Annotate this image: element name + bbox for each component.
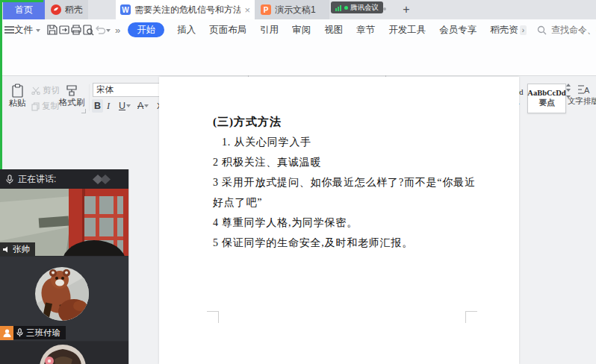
hamburger-icon[interactable]: [4, 22, 14, 38]
meeting-app-logo-icon: [91, 174, 118, 185]
print-icon[interactable]: [70, 22, 82, 38]
menu-tab-docer-resources[interactable]: 稻壳资: [490, 24, 518, 37]
text-layout-icon: A: [577, 84, 590, 96]
undo-icon[interactable]: [94, 22, 106, 38]
mic-icon: [6, 175, 13, 184]
docer-icon: [51, 4, 61, 15]
file-menu[interactable]: 文件: [14, 24, 33, 37]
menu-bar: 文件 » 开始 插入 页面布局 引用 审阅 视图 章节 开发工具 会员专享 稻壳…: [0, 19, 596, 41]
print-preview-icon[interactable]: [82, 22, 94, 38]
new-tab-button[interactable]: +: [398, 1, 415, 19]
bottom-margin-mark-left: [207, 311, 219, 323]
tab-docer[interactable]: 稻壳: [45, 0, 88, 19]
command-search[interactable]: [537, 24, 596, 36]
save-icon[interactable]: [46, 22, 58, 38]
cut-button[interactable]: 剪切: [31, 85, 60, 96]
screen-share-border: [0, 0, 43, 2]
app-window: 首页 稻壳 W 需要关注的危机信号和方法.doc × P 演示文稿1 腾讯会议 …: [0, 0, 596, 364]
pill-handle-dot: [383, 7, 386, 10]
text-layout-button[interactable]: A 文字排版: [571, 84, 596, 107]
bottom-margin-mark-right: [465, 311, 477, 323]
participant-name-badge: 三班付瑜: [13, 326, 66, 339]
text-layout-label: 文字排版: [568, 96, 596, 107]
speaking-label: 正在讲话:: [18, 173, 56, 186]
participant-video-1[interactable]: 张帅: [0, 189, 128, 256]
doc-paragraph-2[interactable]: 2 积极关注、真诚温暖: [213, 152, 476, 172]
avatar-anime: [40, 345, 86, 364]
menu-tab-insert[interactable]: 插入: [177, 24, 196, 37]
doc-paragraph-1[interactable]: 1. 从关心同学入手: [213, 132, 476, 152]
menu-tab-home[interactable]: 开始: [128, 22, 164, 37]
clipboard-icon: [11, 84, 24, 98]
participant-name-badge: 张帅: [0, 242, 35, 256]
more-quick-icons[interactable]: »: [115, 25, 120, 36]
doc-heading[interactable]: (三)方式方法: [213, 112, 476, 132]
clipboard-dialog-launcher[interactable]: [81, 109, 86, 113]
document-text[interactable]: (三)方式方法 1. 从关心同学入手 2 积极关注、真诚温暖 3 采用开放式提问…: [213, 112, 476, 253]
tab-presentation-title: 演示文稿1: [275, 4, 316, 16]
doc-paragraph-5[interactable]: 5 保证同学的生命安全,及时和老师汇报。: [213, 233, 476, 253]
menu-tab-page-layout[interactable]: 页面布局: [209, 24, 246, 37]
undo-chevron-icon[interactable]: [106, 29, 111, 32]
mic-icon: [16, 328, 23, 337]
menu-tab-member[interactable]: 会员专享: [439, 24, 477, 37]
meeting-header: 正在讲话:: [0, 169, 128, 189]
menu-tab-section[interactable]: 章节: [356, 24, 375, 37]
strikethrough-button[interactable]: A: [137, 99, 149, 113]
participant-2-name: 三班付瑜: [26, 327, 60, 339]
format-painter-label: 格式刷: [59, 97, 85, 108]
avatar-red-panda: [35, 267, 89, 321]
bold-button[interactable]: B: [92, 99, 103, 113]
volume-icon: [3, 246, 10, 253]
wps-writer-icon: W: [120, 4, 131, 15]
tab-presentation[interactable]: P 演示文稿1: [255, 0, 329, 19]
screen-share-border: [0, 0, 2, 170]
signal-bars-icon: [335, 4, 342, 11]
menu-tab-review[interactable]: 审阅: [292, 24, 311, 37]
meeting-live-dot: [344, 6, 348, 10]
copy-icon: [31, 102, 40, 111]
style-keypoint-selected[interactable]: AaBbCcDd 要点: [527, 84, 566, 113]
tencent-meeting-pill[interactable]: 腾讯会议: [331, 1, 383, 13]
export-icon[interactable]: [58, 22, 70, 38]
doc-paragraph-3[interactable]: 3 采用开放式提问、如你最近怎么样了?而不是“你最近好点了吧”: [213, 172, 476, 213]
participant-tile-3[interactable]: [0, 342, 128, 364]
menu-tab-dev-tools[interactable]: 开发工具: [388, 24, 426, 37]
tab-document[interactable]: W 需要关注的危机信号和方法.doc ×: [116, 0, 255, 19]
svg-text:A: A: [584, 86, 590, 95]
underline-button[interactable]: U: [119, 99, 131, 113]
paste-button[interactable]: 粘贴: [4, 84, 30, 109]
meeting-panel[interactable]: 正在讲话:: [0, 169, 129, 364]
menu-tab-references[interactable]: 引用: [260, 24, 279, 37]
format-painter-button[interactable]: 格式刷: [57, 84, 87, 108]
overflow-chevron-icon[interactable]: ›: [520, 25, 527, 35]
search-input[interactable]: [550, 24, 596, 36]
participant-1-name: 张帅: [13, 244, 30, 255]
tab-home-label: 首页: [15, 4, 33, 16]
brush-icon: [65, 84, 78, 97]
copy-button[interactable]: 复制: [31, 101, 59, 112]
font-name-value: 宋体: [96, 84, 114, 95]
doc-paragraph-4[interactable]: 4 尊重同学人格,为同学保密。: [213, 213, 476, 233]
paste-label: 粘贴: [9, 98, 26, 109]
wps-presentation-icon: P: [261, 4, 271, 15]
ribbon-toolbar: 粘贴 剪切 复制 格式刷 宋体 小三 A⁺ A⁻: [0, 40, 596, 76]
tab-document-title: 需要关注的危机信号和方法.doc: [134, 4, 240, 16]
tab-docer-label: 稻壳: [65, 4, 83, 16]
meeting-pill-label: 腾讯会议: [350, 3, 379, 13]
menu-tab-view[interactable]: 视图: [324, 24, 343, 37]
host-badge: [0, 326, 13, 340]
search-icon: [537, 25, 547, 35]
tab-home[interactable]: 首页: [3, 0, 45, 19]
person-icon: [3, 329, 11, 337]
italic-button[interactable]: I: [107, 99, 110, 113]
file-chevron-icon[interactable]: [36, 29, 40, 32]
close-tab-icon[interactable]: ×: [244, 4, 250, 16]
tab-bar: 首页 稻壳 W 需要关注的危机信号和方法.doc × P 演示文稿1 腾讯会议 …: [0, 0, 596, 19]
scissors-icon: [31, 87, 40, 95]
